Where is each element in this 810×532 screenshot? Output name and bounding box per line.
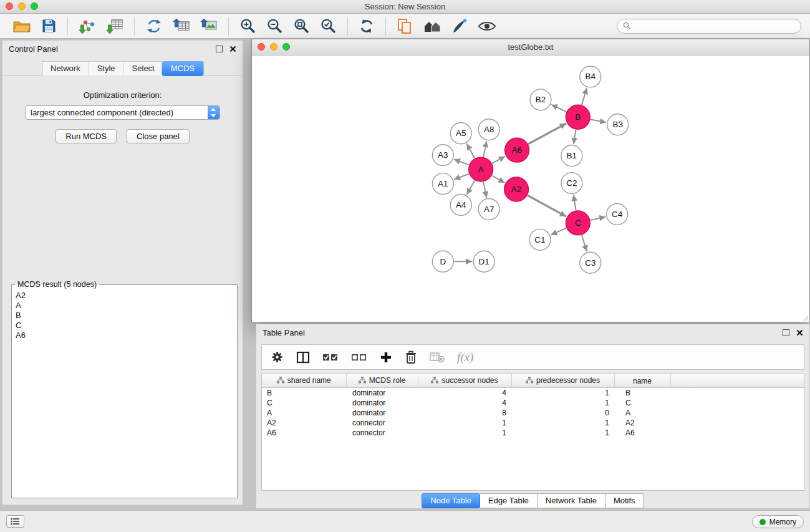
- result-item[interactable]: A: [16, 301, 233, 311]
- result-item[interactable]: A2: [16, 291, 233, 301]
- zoom-fit-button[interactable]: [292, 16, 311, 36]
- network-node-D[interactable]: D: [432, 251, 453, 272]
- table-cell[interactable]: 4: [418, 398, 511, 408]
- zoom-out-button[interactable]: [265, 16, 284, 36]
- network-node-A2[interactable]: A2: [504, 177, 529, 201]
- new-network-button[interactable]: [144, 17, 164, 36]
- close-window-button[interactable]: [6, 2, 13, 10]
- table-cell[interactable]: A6: [614, 428, 670, 438]
- tab-style[interactable]: Style: [89, 62, 123, 75]
- select-all-button[interactable]: [322, 352, 339, 362]
- network-edge-A-A8[interactable]: [483, 141, 486, 157]
- column-header-successor-nodes[interactable]: successor nodes: [418, 374, 511, 388]
- table-cell[interactable]: dominator: [346, 408, 418, 418]
- table-cell[interactable]: 4: [418, 388, 511, 399]
- minimize-window-button[interactable]: [18, 2, 26, 10]
- network-node-C1[interactable]: C1: [529, 229, 551, 250]
- table-cell[interactable]: 1: [511, 398, 614, 408]
- table-row[interactable]: Bdominator41B: [262, 388, 804, 399]
- float-table-panel-icon[interactable]: [783, 329, 789, 336]
- network-edge-C-C2[interactable]: [574, 195, 576, 210]
- search-input[interactable]: [635, 21, 795, 31]
- column-header-mcds-role[interactable]: MCDS role: [346, 374, 418, 388]
- tab-mcds[interactable]: MCDS: [162, 61, 203, 76]
- network-edge-A-A5[interactable]: [466, 143, 475, 158]
- criterion-dropdown[interactable]: largest connected component (directed): [25, 105, 220, 120]
- network-edge-A-A7[interactable]: [483, 182, 486, 198]
- network-edge-A-A6[interactable]: [492, 157, 505, 163]
- run-mcds-button[interactable]: Run MCDS: [55, 129, 117, 143]
- tab-network[interactable]: Network: [42, 62, 89, 75]
- network-edge-A6-B[interactable]: [528, 123, 566, 144]
- result-item[interactable]: B: [16, 311, 233, 321]
- tab-node-table[interactable]: Node Table: [422, 493, 480, 508]
- delete-table-button[interactable]: [430, 351, 445, 364]
- show-columns-button[interactable]: [296, 351, 310, 364]
- memory-button[interactable]: Memory: [752, 515, 804, 528]
- zoom-window-button[interactable]: [31, 2, 38, 10]
- network-node-A1[interactable]: A1: [432, 173, 453, 195]
- network-node-B2[interactable]: B2: [530, 89, 551, 110]
- column-header-name[interactable]: name: [614, 374, 670, 388]
- export-image-button[interactable]: [199, 17, 219, 36]
- table-row[interactable]: A6connector11A6: [262, 428, 804, 438]
- tab-network-table[interactable]: Network Table: [538, 493, 605, 508]
- result-item[interactable]: C: [16, 321, 233, 331]
- column-header-predecessor-nodes[interactable]: predecessor nodes: [511, 374, 614, 388]
- network-edge-A-A2[interactable]: [492, 176, 504, 183]
- network-node-A4[interactable]: A4: [450, 195, 471, 216]
- network-node-A6[interactable]: A6: [505, 138, 529, 162]
- import-table-from-file-button[interactable]: [105, 17, 125, 36]
- zoom-network-window-button[interactable]: [282, 43, 290, 51]
- zoom-in-button[interactable]: [238, 16, 258, 36]
- table-cell[interactable]: B: [614, 388, 670, 399]
- minimize-network-window-button[interactable]: [270, 43, 277, 51]
- network-edge-C-C3[interactable]: [582, 235, 587, 251]
- table-row[interactable]: Cdominator41C: [262, 398, 804, 408]
- table-cell[interactable]: B: [262, 388, 346, 399]
- float-panel-icon[interactable]: [216, 46, 223, 52]
- network-node-C2[interactable]: C2: [561, 173, 582, 194]
- function-builder-button[interactable]: f(x): [457, 351, 473, 364]
- table-cell[interactable]: 0: [511, 408, 614, 418]
- zoom-selected-button[interactable]: [319, 16, 338, 36]
- create-column-button[interactable]: [380, 351, 392, 364]
- network-edge-C-C1[interactable]: [551, 228, 566, 235]
- network-node-A8[interactable]: A8: [478, 119, 499, 140]
- open-session-button[interactable]: [11, 17, 32, 35]
- table-cell[interactable]: C: [262, 398, 346, 408]
- save-session-button[interactable]: [40, 17, 58, 35]
- table-cell[interactable]: A2: [614, 418, 670, 428]
- network-node-C[interactable]: C: [566, 211, 590, 235]
- network-edge-A2-C[interactable]: [528, 195, 566, 216]
- network-edge-A-A1[interactable]: [454, 174, 469, 180]
- table-settings-button[interactable]: [271, 351, 284, 364]
- table-cell[interactable]: A: [262, 408, 346, 418]
- network-node-A5[interactable]: A5: [450, 123, 471, 144]
- network-node-A[interactable]: A: [469, 157, 493, 181]
- table-row[interactable]: A2connector11A2: [262, 418, 804, 428]
- network-node-B[interactable]: B: [566, 105, 590, 129]
- resize-grip-icon[interactable]: [801, 314, 809, 321]
- network-node-B3[interactable]: B3: [607, 114, 629, 135]
- network-edge-B-B2[interactable]: [551, 105, 566, 112]
- close-table-panel-icon[interactable]: [796, 329, 803, 336]
- deselect-all-button[interactable]: [351, 352, 367, 362]
- network-edge-A-A4[interactable]: [467, 180, 475, 194]
- network-canvas[interactable]: B4B2BB3B1A5A8A6A3AA1A4A7A2C2C4CC1C3DD1: [252, 56, 809, 322]
- table-cell[interactable]: connector: [346, 418, 418, 428]
- network-edge-C-C4[interactable]: [591, 217, 605, 220]
- network-edge-B-B4[interactable]: [582, 88, 587, 105]
- close-panel-button[interactable]: Close panel: [127, 129, 190, 143]
- show-graphics-details-button[interactable]: [476, 18, 498, 34]
- network-node-B1[interactable]: B1: [561, 145, 582, 167]
- table-cell[interactable]: C: [614, 398, 670, 408]
- task-history-button[interactable]: [6, 515, 24, 528]
- network-edge-A-A3[interactable]: [454, 159, 469, 165]
- duplicate-network-button[interactable]: [395, 17, 414, 36]
- table-row[interactable]: Adominator80A: [262, 408, 804, 418]
- table-cell[interactable]: A: [614, 408, 670, 418]
- table-cell[interactable]: 1: [511, 388, 614, 399]
- network-node-D1[interactable]: D1: [473, 251, 494, 272]
- table-cell[interactable]: A2: [262, 418, 346, 428]
